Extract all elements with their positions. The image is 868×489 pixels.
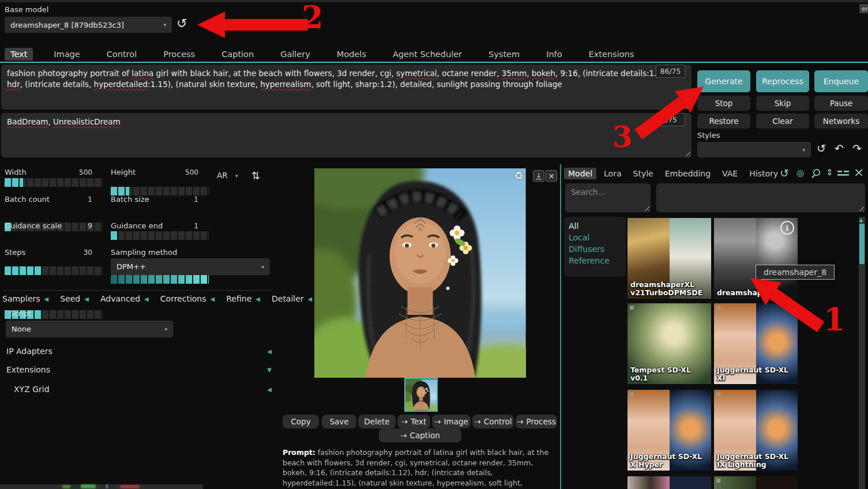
send-to-caption-button[interactable]: ⇢Caption — [379, 428, 461, 442]
chevron-down-icon: ▾ — [802, 147, 805, 153]
networks-search-icon[interactable] — [811, 168, 821, 179]
transfer-arrow-icon: ⇢ — [400, 431, 407, 440]
script-dropdown[interactable]: None ▾ — [6, 321, 173, 337]
transfer-arrow-icon: ⇢ — [434, 417, 441, 426]
send-to-text-button[interactable]: ⇢Text — [397, 415, 430, 428]
info-icon[interactable]: i — [780, 221, 794, 235]
resize-handle[interactable] — [685, 151, 690, 156]
styles-dropdown[interactable]: ▾ — [697, 142, 811, 157]
accordion-ip-adapters[interactable]: IP Adapters◀ — [6, 347, 272, 356]
networks-tab-history[interactable]: History — [745, 168, 782, 179]
networks-tab-lora[interactable]: Lora — [600, 168, 625, 179]
styles-refresh-icon[interactable]: ↺ — [817, 142, 826, 155]
pause-button[interactable]: Pause — [814, 96, 868, 111]
send-to-image-button[interactable]: ⇢Image — [432, 415, 471, 428]
refresh-model-icon[interactable]: ↺ — [176, 16, 187, 31]
card-type-badge — [630, 306, 634, 310]
enqueue-button[interactable]: Enqueue — [814, 70, 868, 92]
networks-button[interactable]: Networks — [814, 114, 868, 129]
tab-image[interactable]: Image — [48, 48, 85, 61]
tab-process[interactable]: Process — [157, 48, 201, 61]
portrait-image — [314, 168, 526, 378]
copy-button[interactable]: Copy — [283, 415, 319, 428]
accordion-refine[interactable]: Refine◀ — [226, 294, 260, 303]
height-slider[interactable] — [111, 187, 209, 195]
base-model-label: Base model — [5, 5, 48, 14]
accordion-xyz-grid[interactable]: XYZ Grid◀ — [14, 385, 272, 394]
resize-handle[interactable] — [858, 205, 864, 211]
accordion-advanced[interactable]: Advanced◀ — [100, 294, 149, 303]
undo-icon[interactable]: ↶ — [835, 142, 844, 155]
clear-button[interactable]: Clear — [756, 114, 809, 129]
networks-sort-icon[interactable] — [837, 171, 849, 176]
width-slider[interactable] — [5, 178, 103, 187]
category-reference[interactable]: Reference — [564, 255, 626, 266]
caption-text: fashion photography portrait of latina g… — [283, 448, 548, 489]
model-card[interactable]: Tempest SD-XL v0.1 — [627, 303, 711, 384]
networks-refresh-icon[interactable]: ↺ — [780, 168, 789, 179]
networks-tab-embedding[interactable]: Embedding — [661, 168, 715, 179]
category-all[interactable]: All — [564, 220, 626, 232]
send-to-process-button[interactable]: ⇢Process — [516, 415, 557, 428]
tab-extensions[interactable]: Extensions — [583, 48, 640, 61]
main-tab-bar: Text Image Control Process Caption Galle… — [5, 48, 640, 61]
accordion-corrections[interactable]: Corrections◀ — [160, 294, 215, 303]
sampling-method-dropdown[interactable]: DPM++ ▾ — [111, 258, 270, 275]
networks-tab-model[interactable]: Model — [564, 168, 596, 179]
tab-agent-scheduler[interactable]: Agent Scheduler — [387, 48, 468, 61]
tab-control[interactable]: Control — [101, 48, 142, 61]
scrollbar-thumb[interactable] — [859, 224, 865, 264]
accordion-seed[interactable]: Seed◀ — [60, 294, 89, 303]
download-image-button[interactable]: ↓ — [533, 170, 544, 182]
chevron-down-icon: ▾ — [261, 264, 264, 270]
tab-caption[interactable]: Caption — [216, 48, 260, 61]
send-to-control-button[interactable]: ⇢Control — [472, 415, 514, 428]
delete-button[interactable]: Delete — [358, 415, 396, 428]
swap-dimensions-icon[interactable]: ⇅ — [251, 170, 260, 182]
resize-handle[interactable] — [644, 205, 649, 211]
chevron-down-icon[interactable]: ▾ — [235, 173, 238, 179]
networks-search-input[interactable]: Search... — [565, 183, 651, 212]
language-badge[interactable]: en — [859, 4, 868, 13]
category-local[interactable]: Local — [564, 232, 626, 243]
batch-size-slider[interactable] — [111, 231, 209, 240]
model-card[interactable]: Juggernaut SD-XL X Hyper — [627, 390, 711, 471]
networks-tab-style[interactable]: Style — [629, 168, 657, 179]
scroll-up-icon[interactable]: ▲ — [859, 217, 863, 223]
ar-label: AR — [217, 171, 228, 180]
networks-updown-icon[interactable]: ⇕ — [826, 168, 833, 177]
redo-icon[interactable]: ↷ — [852, 142, 862, 155]
tab-models[interactable]: Models — [331, 48, 372, 61]
tab-system[interactable]: System — [483, 48, 525, 61]
model-card[interactable] — [627, 476, 711, 489]
ar-dropdown[interactable]: AR — [217, 171, 228, 180]
tab-gallery[interactable]: Gallery — [275, 48, 316, 61]
skip-button[interactable]: Skip — [756, 96, 809, 111]
model-card[interactable]: Juggernaut SD-XL IX Lightning — [714, 390, 798, 471]
recycle-icon[interactable]: ♻ — [514, 170, 523, 182]
reprocess-button[interactable]: Reprocess — [756, 70, 809, 92]
accordion-samplers[interactable]: Samplers◀ — [2, 294, 48, 303]
tab-info[interactable]: Info — [540, 48, 568, 61]
tab-text[interactable]: Text — [5, 48, 33, 61]
negative-prompt-textarea[interactable]: BadDream, UnrealisticDream — [1, 113, 692, 157]
category-diffusers[interactable]: Diffusers — [564, 243, 626, 255]
model-card[interactable] — [714, 476, 798, 489]
gallery-thumbnail[interactable] — [404, 378, 438, 412]
accordion-detailer[interactable]: Detailer◀ — [272, 294, 312, 303]
networks-description-input[interactable] — [656, 183, 865, 212]
accordion-extensions[interactable]: Extensions▼ — [6, 365, 272, 374]
script-value: None — [12, 325, 31, 333]
generated-image[interactable] — [314, 168, 526, 378]
networks-tab-vae[interactable]: VAE — [718, 168, 742, 179]
networks-target-icon[interactable]: ◎ — [796, 169, 804, 178]
guidance-scale-slider[interactable] — [5, 266, 103, 275]
networks-tab-bar: Model Lora Style Embedding VAE History — [564, 168, 782, 179]
close-image-button[interactable]: × — [546, 170, 557, 182]
prompt-textarea[interactable]: fashion photography portrait of latina g… — [1, 65, 692, 110]
save-button[interactable]: Save — [322, 415, 356, 428]
model-card[interactable]: dreamshaperXL v21TurboDPMSDE — [627, 218, 711, 299]
networks-close-icon[interactable]: × — [854, 166, 864, 179]
guidance-end-slider[interactable] — [111, 275, 209, 284]
base-model-dropdown[interactable]: dreamshaper_8 [879db523c3] ▾ — [5, 17, 172, 33]
